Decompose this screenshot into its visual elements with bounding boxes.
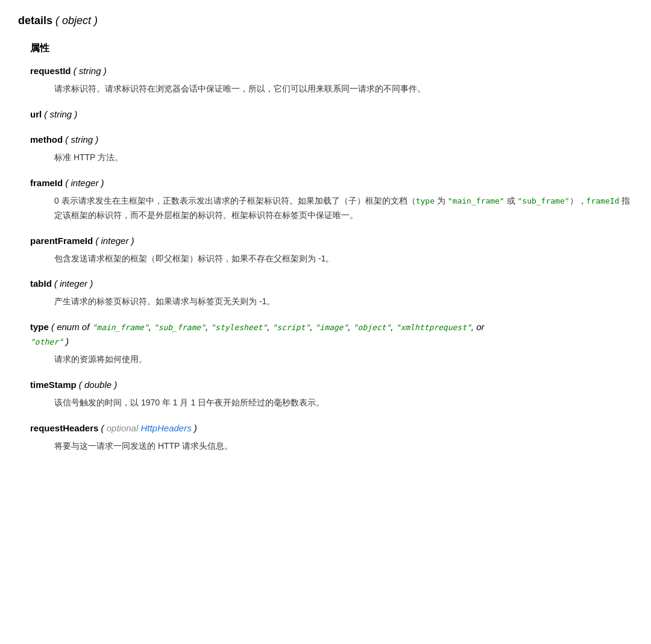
property-desc-timeStamp: 该信号触发的时间，以 1970 年 1 月 1 日午夜开始所经过的毫秒数表示。 xyxy=(54,396,633,410)
property-name-requestId: requestId ( string ) xyxy=(30,64,633,78)
section-header: 属性 xyxy=(30,40,633,56)
HttpHeaders-link[interactable]: HttpHeaders xyxy=(140,423,191,433)
property-desc-requestHeaders: 将要与这一请求一同发送的 HTTP 请求头信息。 xyxy=(54,439,633,454)
property-name-url: url ( string ) xyxy=(30,107,633,122)
property-desc-parentFrameId: 包含发送请求框架的框架（即父框架）标识符，如果不存在父框架则为 -1。 xyxy=(54,252,633,266)
property-url: url ( string ) xyxy=(30,107,633,122)
property-desc-method: 标准 HTTP 方法。 xyxy=(54,151,633,165)
requestHeaders-type: ( optional HttpHeaders ) xyxy=(101,423,197,433)
property-desc-type: 请求的资源将如何使用。 xyxy=(54,352,633,367)
property-method: method ( string ) 标准 HTTP 方法。 xyxy=(30,133,633,165)
page-container: details ( object ) 属性 requestId ( string… xyxy=(18,12,633,454)
property-tabId: tabId ( integer ) 产生请求的标签页标识符。如果请求与标签页无关… xyxy=(30,277,633,309)
property-name-requestHeaders: requestHeaders ( optional HttpHeaders ) xyxy=(30,421,633,436)
property-desc-tabId: 产生请求的标签页标识符。如果请求与标签页无关则为 -1。 xyxy=(54,295,633,309)
property-name-parentFrameId: parentFrameId ( integer ) xyxy=(30,234,633,248)
property-type: type ( enum of "main_frame", "sub_frame"… xyxy=(30,320,633,367)
property-frameId: frameId ( integer ) 0 表示请求发生在主框架中，正数表示发出… xyxy=(30,176,633,223)
page-title: details ( object ) xyxy=(18,12,633,30)
property-requestId: requestId ( string ) 请求标识符。请求标识符在浏览器会话中保… xyxy=(30,64,633,96)
property-name-frameId: frameId ( integer ) xyxy=(30,176,633,190)
property-name-method: method ( string ) xyxy=(30,133,633,147)
property-name-type: type ( enum of "main_frame", "sub_frame"… xyxy=(30,320,633,349)
property-desc-requestId: 请求标识符。请求标识符在浏览器会话中保证唯一，所以，它们可以用来联系同一请求的不… xyxy=(54,82,633,96)
title-type: ( object ) xyxy=(55,14,98,27)
property-name-tabId: tabId ( integer ) xyxy=(30,277,633,291)
type-enum-label: ( enum of "main_frame", "sub_frame", "st… xyxy=(30,322,485,346)
title-text: details xyxy=(18,14,52,27)
property-name-timeStamp: timeStamp ( double ) xyxy=(30,378,633,392)
property-requestHeaders: requestHeaders ( optional HttpHeaders ) … xyxy=(30,421,633,454)
property-timeStamp: timeStamp ( double ) 该信号触发的时间，以 1970 年 1… xyxy=(30,378,633,410)
property-desc-frameId: 0 表示请求发生在主框架中，正数表示发出请求的子框架标识符。如果加载了（子）框架… xyxy=(54,194,633,223)
property-parentFrameId: parentFrameId ( integer ) 包含发送请求框架的框架（即父… xyxy=(30,234,633,266)
